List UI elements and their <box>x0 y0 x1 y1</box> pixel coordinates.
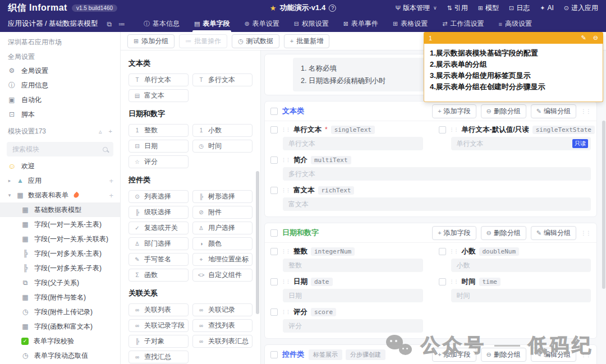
module-tab[interactable]: ⊟ 权限设置 <box>287 16 336 32</box>
toolbar-button[interactable]: ◷ 测试数据 <box>232 34 279 48</box>
tree-child-item[interactable]: ▦ 基础数据表模型 <box>0 202 120 217</box>
palette-field-item[interactable]: 1 整数 <box>128 124 189 137</box>
topbar-menu-item[interactable]: ⊞ 模型 <box>478 3 499 13</box>
toolbar-button[interactable]: ≔ 批量操作 <box>179 34 227 48</box>
help-icon[interactable]: ? <box>329 4 336 12</box>
tree-arrow-icon[interactable]: ▾ <box>7 192 12 198</box>
tree-root-item[interactable]: ▾ ▦ 数据表和表单 + <box>0 188 120 202</box>
tree-child-item[interactable]: ◷ 字段(附件上传记录) <box>0 305 120 319</box>
field-checkbox[interactable] <box>270 248 278 255</box>
field-checkbox[interactable] <box>439 126 446 133</box>
group-checkbox[interactable] <box>270 351 278 358</box>
palette-field-item[interactable]: ⊙ 列表选择 <box>128 190 189 203</box>
palette-field-item[interactable]: ◷ 时间 <box>192 140 252 153</box>
field-input[interactable]: 单行文本 只读 <box>451 137 591 150</box>
module-tab[interactable]: ▤ 表单字段 <box>187 16 237 32</box>
collapse-icon[interactable]: ▵ <box>99 128 102 135</box>
toolbar-button[interactable]: + 批量新增 <box>284 34 329 48</box>
field-drag-handle-icon[interactable]: ⋮⋮ <box>449 279 458 284</box>
field-drag-handle-icon[interactable]: ⋮⋮ <box>281 127 290 132</box>
field-drag-handle-icon[interactable]: ⋮⋮ <box>449 127 458 132</box>
palette-field-item[interactable]: ♙ 用户选择 <box>192 222 252 234</box>
palette-field-item[interactable]: ▤ 富文本 <box>128 89 189 102</box>
palette-scrollbar[interactable] <box>256 171 259 314</box>
search-input[interactable] <box>12 145 99 153</box>
tree-child-item[interactable]: ◷ 表单字段动态取值 <box>0 348 120 363</box>
add-field-button[interactable]: + 添加字段 <box>432 348 476 362</box>
tree-child-item[interactable]: ⧉ 字段(父子关系) <box>0 275 120 290</box>
add-field-button[interactable]: + 添加字段 <box>432 226 476 240</box>
palette-field-item[interactable]: <> 自定义组件 <box>192 269 252 282</box>
palette-field-item[interactable]: ⌖ 地理位置坐标 <box>192 253 252 266</box>
palette-field-item[interactable]: ⊘ 附件 <box>192 206 252 219</box>
delete-group-button[interactable]: ⊖ 删除分组 <box>481 348 526 362</box>
tree-child-item[interactable]: ▦ 字段(一对一关系-主表) <box>0 217 120 232</box>
tree-child-item[interactable]: ╠ 字段(一对多关系-主表) <box>0 246 120 261</box>
edit-group-button[interactable]: ✎ 编辑分组 <box>531 348 576 362</box>
field-input[interactable]: 多行文本 <box>283 167 591 181</box>
palette-field-item[interactable]: ✓ 复选或开关 <box>128 222 189 234</box>
sidebar-item-welcome[interactable]: ☺ 欢迎 <box>0 159 120 173</box>
outline-icon[interactable]: ≔ <box>118 20 125 28</box>
field-checkbox[interactable] <box>270 187 278 194</box>
field-drag-handle-icon[interactable]: ⋮⋮ <box>281 309 290 315</box>
module-tab[interactable]: ⊠ 表单事件 <box>336 16 385 32</box>
palette-field-item[interactable]: ⊟ 日期 <box>128 140 189 153</box>
palette-field-item[interactable]: ╠ 树形选择 <box>192 190 252 203</box>
tree-child-item[interactable]: ✓ 表单字段校验 <box>0 334 120 348</box>
palette-field-item[interactable]: ∞ 查找汇总 <box>128 351 189 363</box>
topbar-menu-item[interactable]: ⊙ 进入应用 <box>564 3 598 13</box>
group-drag-handle-icon[interactable]: ⋮⋮ <box>581 230 591 236</box>
palette-field-item[interactable]: Σ 函数 <box>128 269 189 282</box>
delete-group-button[interactable]: ⊖ 删除分组 <box>481 226 526 240</box>
group-checkbox[interactable] <box>270 108 278 115</box>
module-tab[interactable]: ⓘ 基本信息 <box>136 16 187 32</box>
field-input[interactable]: 评分 <box>283 319 423 333</box>
delete-group-button[interactable]: ⊖ 删除分组 <box>481 104 526 118</box>
field-drag-handle-icon[interactable]: ⋮⋮ <box>281 187 290 193</box>
field-drag-handle-icon[interactable]: ⋮⋮ <box>281 248 290 254</box>
field-input[interactable]: 整数 <box>283 259 423 272</box>
tree-arrow-icon[interactable]: ▸ <box>7 178 12 183</box>
field-checkbox[interactable] <box>270 278 278 285</box>
field-input[interactable]: 时间 <box>451 289 591 302</box>
topbar-menu-item[interactable]: ✦ AI <box>540 4 554 12</box>
field-checkbox[interactable] <box>439 278 446 285</box>
toolbar-button[interactable]: ⊞ 添加分组 <box>127 34 175 48</box>
group-drag-handle-icon[interactable]: ⋮⋮ <box>581 352 591 358</box>
module-tab[interactable]: ⊞ 表格设置 <box>385 16 435 32</box>
field-checkbox[interactable] <box>270 126 278 133</box>
canvas-scrollbar[interactable] <box>602 121 605 289</box>
sidebar-item[interactable]: ⊡ 脚本 <box>0 107 120 122</box>
edit-note-icon[interactable]: ✎ <box>581 34 586 42</box>
palette-field-item[interactable]: T 单行文本 <box>128 73 189 86</box>
tree-child-item[interactable]: ▦ 字段(函数和富文本) <box>0 319 120 334</box>
palette-field-item[interactable]: ╠ 子对象 <box>128 335 189 348</box>
module-tab[interactable]: ≡ 高级设置 <box>492 16 539 32</box>
palette-field-item[interactable]: ∞ 关联记录 <box>192 303 252 316</box>
module-search[interactable] <box>7 142 113 156</box>
sidebar-item[interactable]: ▣ 自动化 <box>0 93 120 107</box>
palette-field-item[interactable]: ☆ 评分 <box>128 155 189 168</box>
field-input[interactable]: 单行文本 <box>283 137 423 150</box>
field-checkbox[interactable] <box>439 248 446 255</box>
add-node-icon[interactable]: + <box>109 191 113 200</box>
group-checkbox[interactable] <box>270 229 278 237</box>
tree-child-item[interactable]: ▦ 字段(一对一关系-关联表) <box>0 232 120 246</box>
field-drag-handle-icon[interactable]: ⋮⋮ <box>449 248 458 254</box>
tree-child-item[interactable]: ╠ 字段(一对多关系-子表) <box>0 261 120 275</box>
module-tab[interactable]: ⇄ 工作流设置 <box>435 16 491 32</box>
field-drag-handle-icon[interactable]: ⋮⋮ <box>281 279 290 284</box>
field-checkbox[interactable] <box>270 308 278 316</box>
topbar-menu-item[interactable]: Ψ 版本管理 ∨ <box>396 3 437 13</box>
field-drag-handle-icon[interactable]: ⋮⋮ <box>281 157 290 163</box>
field-input[interactable]: 小数 <box>451 259 591 272</box>
add-node-icon[interactable]: + <box>109 177 113 185</box>
edit-group-button[interactable]: ✎ 编辑分组 <box>531 226 576 240</box>
module-tab[interactable]: ⊛ 表单设置 <box>237 16 286 32</box>
tree-root-item[interactable]: ▸ ▲ 应用 + <box>0 173 120 188</box>
note-icon[interactable]: ⧉ <box>107 20 112 28</box>
palette-field-item[interactable]: ♙ 部门选择 <box>128 237 189 250</box>
add-module-icon[interactable]: + <box>109 128 112 135</box>
tree-child-item[interactable]: ▦ 字段(附件与签名) <box>0 290 120 305</box>
